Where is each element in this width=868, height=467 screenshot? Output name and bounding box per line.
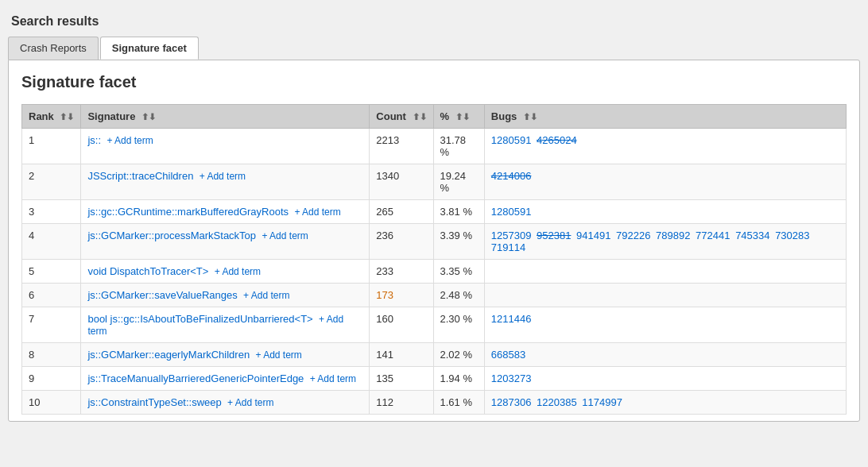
cell-signature: js::TraceManuallyBarrieredGenericPointer… <box>81 367 370 391</box>
cell-percent: 3.35 % <box>433 260 484 284</box>
cell-percent: 3.81 % <box>433 200 484 224</box>
page-wrapper: Search results Crash Reports Signature f… <box>0 0 868 467</box>
table-row: 2JSScript::traceChildren + Add term13401… <box>22 164 847 200</box>
cell-bugs: 1280591 <box>484 200 846 224</box>
col-signature: Signature ⬆⬇ <box>81 105 370 129</box>
add-term-link[interactable]: + Add term <box>241 290 290 301</box>
bug-link[interactable]: 1203273 <box>491 372 532 384</box>
cell-bugs <box>484 260 846 284</box>
cell-percent: 1.94 % <box>433 367 484 391</box>
cell-percent: 31.78 % <box>433 129 484 164</box>
cell-count: 1340 <box>370 164 433 200</box>
bug-link[interactable]: 730283 <box>775 230 809 241</box>
bug-link[interactable]: 1174997 <box>582 396 622 408</box>
cell-signature: js:: + Add term <box>81 129 370 164</box>
signature-link[interactable]: js::GCMarker::processMarkStackTop <box>87 230 256 241</box>
cell-rank: 6 <box>22 284 81 307</box>
cell-count: 160 <box>370 307 433 343</box>
add-term-link[interactable]: + Add term <box>211 266 261 277</box>
bug-link[interactable]: 792226 <box>616 230 650 241</box>
table-row: 10js::ConstraintTypeSet::sweep + Add ter… <box>22 391 847 415</box>
cell-bugs: 1287306 1220385 1174997 <box>484 391 846 415</box>
bug-link[interactable]: 1257309 <box>491 230 532 241</box>
bug-link[interactable]: 719114 <box>491 241 525 253</box>
cell-rank: 4 <box>22 224 81 260</box>
signature-link[interactable]: JSScript::traceChildren <box>87 170 193 182</box>
cell-bugs: 4214006 <box>484 164 846 200</box>
content-panel: Signature facet Rank ⬆⬇ Signature ⬆⬇ Cou… <box>8 60 860 422</box>
cell-count: 265 <box>370 200 433 224</box>
cell-rank: 3 <box>22 200 81 224</box>
signature-link[interactable]: js::GCMarker::saveValueRanges <box>87 289 237 301</box>
cell-signature: JSScript::traceChildren + Add term <box>81 164 370 200</box>
section-title: Signature facet <box>21 73 847 91</box>
page-title: Search results <box>8 8 860 37</box>
signature-link[interactable]: js::TraceManuallyBarrieredGenericPointer… <box>87 372 304 384</box>
cell-percent: 1.61 % <box>433 391 484 415</box>
cell-bugs: 1280591 4265024 <box>484 129 846 164</box>
signature-sort-icon[interactable]: ⬆⬇ <box>141 112 156 122</box>
results-table: Rank ⬆⬇ Signature ⬆⬇ Count ⬆⬇ % ⬆⬇ <box>21 104 847 415</box>
bug-link[interactable]: 1280591 <box>491 134 532 146</box>
cell-signature: js::GCMarker::processMarkStackTop + Add … <box>81 224 370 260</box>
cell-rank: 7 <box>22 307 81 343</box>
add-term-link[interactable]: + Add term <box>259 230 308 241</box>
add-term-link[interactable]: + Add term <box>292 206 341 218</box>
bug-link[interactable]: 668583 <box>491 349 525 361</box>
cell-rank: 10 <box>22 391 81 415</box>
signature-link[interactable]: bool js::gc::IsAboutToBeFinalizedUnbarri… <box>87 313 312 325</box>
rank-sort-icon[interactable]: ⬆⬇ <box>60 112 74 122</box>
col-percent: % ⬆⬇ <box>433 105 484 129</box>
tab-crash-reports[interactable]: Crash Reports <box>8 37 99 60</box>
signature-link[interactable]: js::ConstraintTypeSet::sweep <box>87 396 221 408</box>
bug-link[interactable]: 789892 <box>656 230 690 241</box>
cell-percent: 19.24 % <box>433 164 484 200</box>
bug-link[interactable]: 1287306 <box>491 396 532 408</box>
table-row: 9js::TraceManuallyBarrieredGenericPointe… <box>22 367 847 391</box>
cell-count: 141 <box>370 343 433 367</box>
cell-count: 233 <box>370 260 433 284</box>
tab-signature-facet[interactable]: Signature facet <box>100 37 199 60</box>
bug-link[interactable]: 952381 <box>537 230 571 241</box>
bug-link[interactable]: 1280591 <box>491 206 532 218</box>
signature-link[interactable]: void DispatchToTracer<T> <box>87 265 208 277</box>
bug-link[interactable]: 941491 <box>576 230 610 241</box>
signature-link[interactable]: js:: <box>87 134 101 146</box>
cell-bugs: 1211446 <box>484 307 846 343</box>
cell-count: 2213 <box>370 129 433 164</box>
tabs-bar: Crash Reports Signature facet <box>8 37 860 60</box>
table-row: 4js::GCMarker::processMarkStackTop + Add… <box>22 224 847 260</box>
cell-count: 236 <box>370 224 433 260</box>
bugs-sort-icon[interactable]: ⬆⬇ <box>523 112 537 122</box>
bug-link[interactable]: 4214006 <box>491 170 532 182</box>
signature-link[interactable]: js::gc::GCRuntime::markBufferedGrayRoots <box>87 206 289 218</box>
cell-bugs: 1203273 <box>484 367 846 391</box>
table-row: 8js::GCMarker::eagerlyMarkChildren + Add… <box>22 343 847 367</box>
cell-rank: 2 <box>22 164 81 200</box>
cell-rank: 9 <box>22 367 81 391</box>
add-term-link[interactable]: + Add term <box>225 397 274 408</box>
add-term-link[interactable]: + Add term <box>307 373 356 384</box>
cell-rank: 1 <box>22 129 81 164</box>
count-sort-icon[interactable]: ⬆⬇ <box>413 112 427 122</box>
table-row: 1js:: + Add term221331.78 %1280591 42650… <box>22 129 847 164</box>
add-term-link[interactable]: + Add term <box>196 171 246 182</box>
bug-link[interactable]: 745334 <box>735 230 769 241</box>
percent-sort-icon[interactable]: ⬆⬇ <box>455 112 470 122</box>
add-term-link[interactable]: + Add term <box>104 135 153 146</box>
cell-bugs <box>484 284 846 307</box>
col-rank: Rank ⬆⬇ <box>22 105 81 129</box>
table-body: 1js:: + Add term221331.78 %1280591 42650… <box>22 129 847 415</box>
bug-link[interactable]: 1211446 <box>491 313 532 325</box>
cell-percent: 2.30 % <box>433 307 484 343</box>
table-row: 6js::GCMarker::saveValueRanges + Add ter… <box>22 284 847 307</box>
bug-link[interactable]: 4265024 <box>537 134 577 146</box>
cell-percent: 3.39 % <box>433 224 484 260</box>
add-term-link[interactable]: + Add term <box>253 349 302 361</box>
cell-count: 135 <box>370 367 433 391</box>
bug-link[interactable]: 1220385 <box>537 396 577 408</box>
cell-rank: 8 <box>22 343 81 367</box>
bug-link[interactable]: 772441 <box>696 230 730 241</box>
signature-link[interactable]: js::GCMarker::eagerlyMarkChildren <box>87 349 250 361</box>
cell-signature: void DispatchToTracer<T> + Add term <box>81 260 370 284</box>
